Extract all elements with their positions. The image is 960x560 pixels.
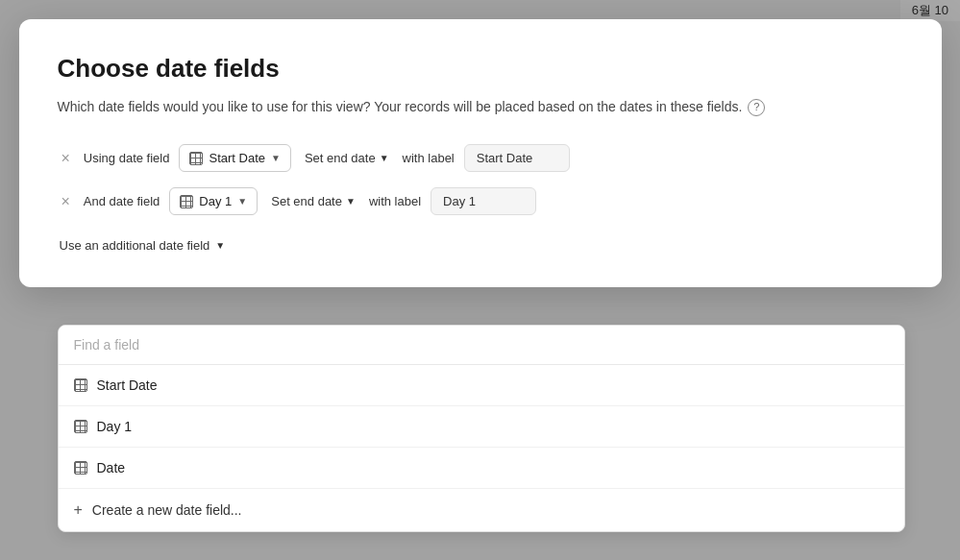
dropdown-item-date[interactable]: Date xyxy=(59,448,904,489)
row2-field-chevron-icon: ▼ xyxy=(237,196,247,207)
row2-calendar-icon xyxy=(180,195,193,208)
help-icon[interactable]: ? xyxy=(748,99,765,116)
day1-label: Day 1 xyxy=(97,419,133,434)
day1-icon xyxy=(74,420,87,433)
row1-set-end-label: Set end date xyxy=(305,151,376,165)
field-search-dropdown: Start Date Day 1 Date + Create a new dat… xyxy=(58,325,905,532)
row1-field-name: Start Date xyxy=(209,151,265,165)
row2-set-end-dropdown[interactable]: Set end date ▼ xyxy=(267,188,359,214)
row1-set-end-dropdown[interactable]: Set end date ▼ xyxy=(301,145,393,171)
row1-close-button[interactable]: × xyxy=(58,148,74,169)
row1-field-chevron-icon: ▼ xyxy=(271,153,281,163)
dropdown-item-start-date[interactable]: Start Date xyxy=(59,365,904,406)
row2-with-label: with label xyxy=(369,194,421,208)
add-field-button[interactable]: Use an additional date field ▼ xyxy=(58,234,228,256)
date-row-1: × Using date field Start Date ▼ Set end … xyxy=(58,144,903,172)
row2-field-name: Day 1 xyxy=(199,194,232,208)
row2-set-end-label: Set end date xyxy=(271,194,342,208)
dropdown-item-day1[interactable]: Day 1 xyxy=(59,406,904,448)
row1-with-label: with label xyxy=(403,151,455,165)
modal-title: Choose date fields xyxy=(58,54,903,84)
row2-prefix-label: And date field xyxy=(84,194,160,208)
modal-dialog: Choose date fields Which date fields wou… xyxy=(19,19,942,287)
modal-description: Which date fields would you like to use … xyxy=(58,97,903,117)
field-search-input[interactable] xyxy=(59,326,904,365)
dropdown-create-new[interactable]: + Create a new date field... xyxy=(59,489,904,531)
add-field-chevron-icon: ▼ xyxy=(215,240,225,251)
row2-set-end-chevron-icon: ▼ xyxy=(346,196,356,207)
row1-label-input[interactable] xyxy=(464,144,570,172)
row2-field-dropdown[interactable]: Day 1 ▼ xyxy=(169,187,258,215)
start-date-icon xyxy=(74,378,87,392)
row2-label-input[interactable] xyxy=(431,187,536,215)
create-new-label: Create a new date field... xyxy=(92,502,242,518)
row1-field-dropdown[interactable]: Start Date ▼ xyxy=(179,144,290,172)
description-text: Which date fields would you like to use … xyxy=(58,97,743,117)
start-date-label: Start Date xyxy=(97,377,158,393)
date-row-2: × And date field Day 1 ▼ Set end date ▼ … xyxy=(58,187,903,215)
modal-overlay: Choose date fields Which date fields wou… xyxy=(0,0,960,560)
row1-set-end-chevron-icon: ▼ xyxy=(380,153,389,163)
date-icon xyxy=(74,461,87,475)
row1-prefix-label: Using date field xyxy=(84,151,170,165)
plus-icon: + xyxy=(74,501,83,519)
row1-calendar-icon xyxy=(189,152,203,165)
date-label: Date xyxy=(97,460,126,475)
row2-close-button[interactable]: × xyxy=(58,191,74,212)
add-field-label: Use an additional date field xyxy=(60,238,210,253)
